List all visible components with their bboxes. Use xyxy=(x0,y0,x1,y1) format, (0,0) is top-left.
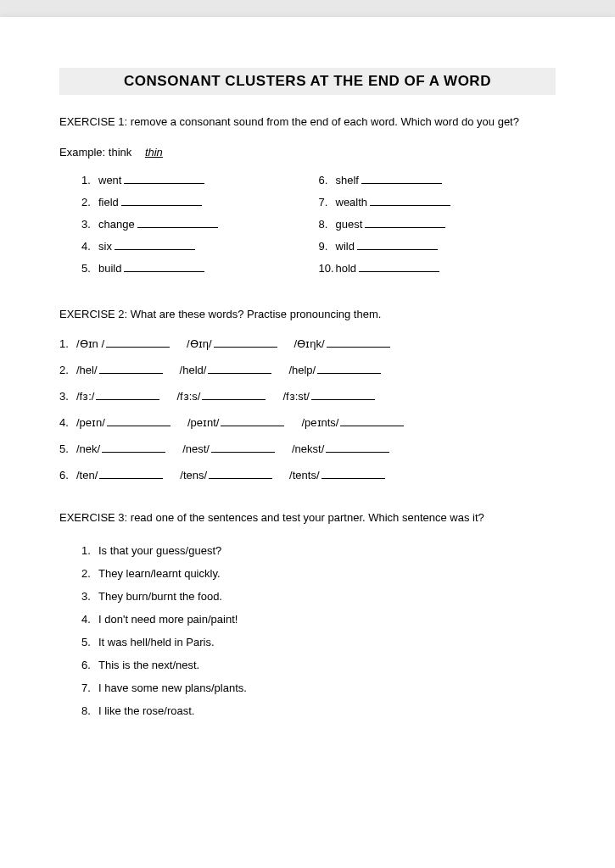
item-number: 7. xyxy=(319,196,336,209)
item-number: 3. xyxy=(81,590,98,603)
exercise1-right-col: 6. shelf 7. wealth 8. guest 9. wild 10. xyxy=(319,174,556,284)
ipa-text: /help/ xyxy=(288,364,316,376)
exercise2-list: 1. /Ɵɪn / /Ɵɪη/ /Ɵɪηk/ 2. /hel/ /held/ /… xyxy=(59,337,556,481)
blank-line xyxy=(208,364,271,374)
item-number: 5. xyxy=(81,636,98,648)
item-number: 6. xyxy=(81,659,98,671)
blank-line xyxy=(115,240,195,250)
ipa-text: /ten/ xyxy=(76,469,98,481)
ipa-text: /tents/ xyxy=(289,469,319,481)
sentence-text: I like the rose/roast. xyxy=(98,704,194,717)
blank-line xyxy=(326,442,389,453)
item-number: 2. xyxy=(81,567,98,580)
ipa-row: 4. /peɪn/ /peɪnt/ /peɪnts/ xyxy=(59,416,556,429)
blank-line xyxy=(211,442,275,453)
example-label: Example: think xyxy=(59,146,131,159)
item-word: hold xyxy=(336,262,357,275)
blank-line xyxy=(121,196,202,206)
list-item: 3. change xyxy=(81,218,319,231)
worksheet-page: CONSONANT CLUSTERS AT THE END OF A WORD … xyxy=(0,17,615,868)
ipa-text: /peɪnt/ xyxy=(187,416,220,429)
blank-line xyxy=(317,364,381,374)
item-word: six xyxy=(98,240,112,253)
sentence-item: 7. I have some new plans/plants. xyxy=(81,682,556,694)
item-number: 8. xyxy=(81,704,98,717)
sentence-item: 8. I like the rose/roast. xyxy=(81,704,556,717)
sentence-item: 4. I don't need more pain/paint! xyxy=(81,613,556,626)
ipa-row: 6. /ten/ /tens/ /tents/ xyxy=(59,469,556,481)
item-number: 1. xyxy=(81,544,98,557)
item-number: 5. xyxy=(81,262,98,275)
item-word: wild xyxy=(336,240,355,253)
item-word: build xyxy=(98,262,121,275)
item-number: 7. xyxy=(81,682,98,694)
item-word: field xyxy=(98,196,119,209)
row-number: 2. xyxy=(59,364,76,376)
exercise1-left-col: 1. went 2. field 3. change 4. six 5. xyxy=(81,174,319,284)
ipa-text: /nekst/ xyxy=(292,442,324,455)
list-item: 1. went xyxy=(81,174,319,186)
blank-line xyxy=(96,390,159,400)
ipa-text: /nek/ xyxy=(76,442,100,455)
blank-line xyxy=(357,240,438,250)
ipa-text: /fɜ:/ xyxy=(76,390,94,403)
exercise2-intro: EXERCISE 2: What are these words? Practi… xyxy=(59,306,556,323)
page-title: CONSONANT CLUSTERS AT THE END OF A WORD xyxy=(59,68,556,95)
sentence-item: 2. They learn/learnt quickly. xyxy=(81,567,556,580)
blank-line xyxy=(124,262,204,272)
item-word: change xyxy=(98,218,135,231)
ipa-text: /tens/ xyxy=(180,469,207,481)
sentence-text: I have some new plans/plants. xyxy=(98,682,247,694)
list-item: 9. wild xyxy=(319,240,556,253)
ipa-row: 1. /Ɵɪn / /Ɵɪη/ /Ɵɪηk/ xyxy=(59,337,556,350)
sentence-item: 3. They burn/burnt the food. xyxy=(81,590,556,603)
blank-line xyxy=(221,416,284,426)
ipa-text: /hel/ xyxy=(76,364,98,376)
item-number: 4. xyxy=(81,613,98,626)
ipa-text: /Ɵɪηk/ xyxy=(294,337,325,350)
blank-line xyxy=(311,390,375,400)
ipa-text: /Ɵɪη/ xyxy=(187,337,211,350)
blank-line xyxy=(102,442,165,453)
list-item: 6. shelf xyxy=(319,174,556,186)
ipa-row: 3. /fɜ:/ /fɜ:s/ /fɜ:st/ xyxy=(59,390,556,403)
exercise3-intro: EXERCISE 3: read one of the sentences an… xyxy=(59,507,556,529)
exercise1-list: 1. went 2. field 3. change 4. six 5. xyxy=(59,174,556,284)
sentence-item: 5. It was hell/held in Paris. xyxy=(81,636,556,648)
row-number: 1. xyxy=(59,337,76,350)
item-number: 10. xyxy=(319,262,336,275)
ipa-row: 5. /nek/ /nest/ /nekst/ xyxy=(59,442,556,455)
item-number: 6. xyxy=(319,174,336,186)
blank-line xyxy=(361,174,442,184)
blank-line xyxy=(340,416,404,426)
ipa-text: /peɪn/ xyxy=(76,416,105,429)
exercise3-list: 1. Is that your guess/guest? 2. They lea… xyxy=(59,544,556,717)
blank-line xyxy=(359,262,439,272)
ipa-text: /peɪnts/ xyxy=(301,416,338,429)
blank-line xyxy=(321,469,385,479)
item-number: 2. xyxy=(81,196,98,209)
sentence-text: They learn/learnt quickly. xyxy=(98,567,221,580)
item-number: 9. xyxy=(319,240,336,253)
row-number: 6. xyxy=(59,469,76,481)
ipa-row: 2. /hel/ /held/ /help/ xyxy=(59,364,556,376)
blank-line xyxy=(107,416,171,426)
sentence-text: I don't need more pain/paint! xyxy=(98,613,238,626)
list-item: 4. six xyxy=(81,240,319,253)
item-number: 3. xyxy=(81,218,98,231)
blank-line xyxy=(99,469,163,479)
blank-line xyxy=(365,218,445,228)
ipa-text: /fɜ:st/ xyxy=(282,390,310,403)
blank-line xyxy=(214,337,277,348)
row-number: 4. xyxy=(59,416,76,429)
sentence-text: This is the next/nest. xyxy=(98,659,199,671)
blank-line xyxy=(370,196,450,206)
sentence-text: Is that your guess/guest? xyxy=(98,544,221,557)
item-number: 4. xyxy=(81,240,98,253)
ipa-text: /Ɵɪn / xyxy=(76,337,104,350)
sentence-text: It was hell/held in Paris. xyxy=(98,636,215,648)
row-number: 5. xyxy=(59,442,76,455)
row-number: 3. xyxy=(59,390,76,403)
item-number: 1. xyxy=(81,174,98,186)
blank-line xyxy=(327,337,390,348)
